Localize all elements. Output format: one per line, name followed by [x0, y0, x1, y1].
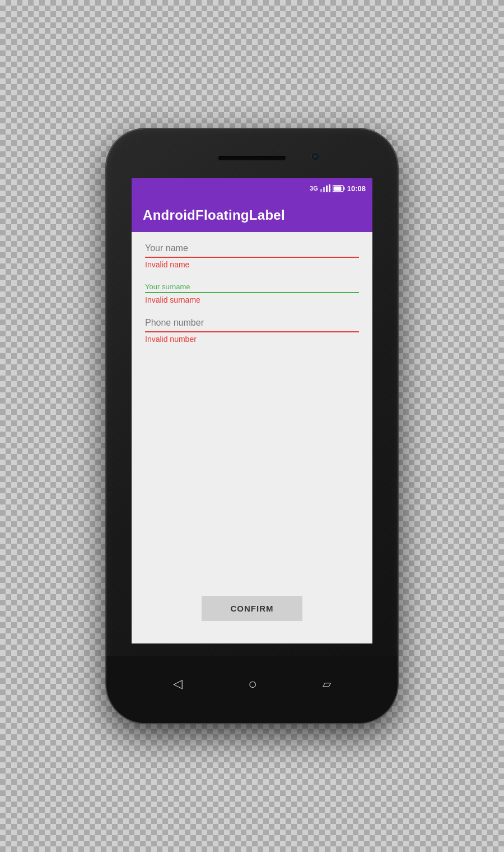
svg-rect-0	[320, 189, 322, 192]
phone-speaker	[218, 156, 286, 160]
surname-error-text: Invalid surname	[145, 295, 359, 304]
surname-underline	[145, 292, 359, 293]
phone-screen: 3G 10:08 AndroidFloatingLabel	[132, 178, 372, 643]
surname-field-group: Your surname Invalid surname	[145, 283, 359, 313]
phone-underline	[145, 331, 359, 332]
signal-bars-icon	[320, 184, 330, 192]
time-display: 10:08	[347, 184, 366, 193]
form-content: Your name Invalid name Your surname Inva…	[132, 232, 372, 643]
svg-rect-1	[323, 187, 325, 192]
phone-placeholder: Phone number	[145, 318, 359, 328]
svg-rect-2	[326, 186, 328, 192]
name-field-group: Your name Invalid name	[145, 243, 359, 278]
phone-device: 3G 10:08 AndroidFloatingLabel	[106, 129, 398, 723]
battery-icon	[333, 185, 345, 192]
network-indicator: 3G	[310, 185, 318, 192]
surname-label: Your surname	[145, 283, 359, 291]
svg-rect-5	[343, 187, 344, 190]
name-underline	[145, 257, 359, 258]
back-button[interactable]	[173, 677, 183, 691]
status-icons: 3G 10:08	[310, 184, 366, 193]
name-error-text: Invalid name	[145, 260, 359, 269]
phone-field-group: Phone number Invalid number	[145, 318, 359, 353]
svg-rect-3	[329, 184, 330, 192]
nav-bar	[106, 656, 398, 723]
confirm-button[interactable]: CONFIRM	[202, 596, 302, 621]
recents-button[interactable]	[323, 677, 331, 691]
app-bar: AndroidFloatingLabel	[132, 198, 372, 232]
phone-error-text: Invalid number	[145, 335, 359, 344]
status-bar: 3G 10:08	[132, 178, 372, 198]
app-title: AndroidFloatingLabel	[143, 207, 285, 223]
home-button[interactable]	[248, 675, 257, 693]
phone-camera	[311, 152, 319, 160]
svg-rect-6	[333, 186, 341, 191]
name-placeholder: Your name	[145, 243, 359, 253]
